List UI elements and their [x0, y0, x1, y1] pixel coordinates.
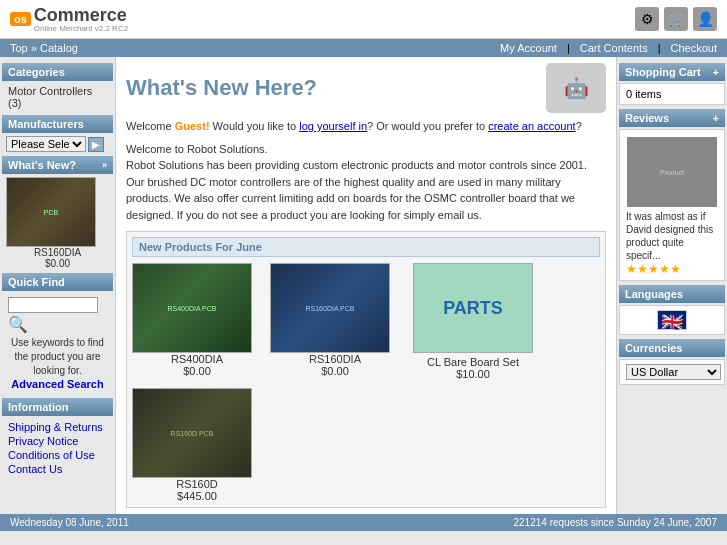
categories-section-title: Categories: [2, 63, 113, 81]
whats-new-product-image[interactable]: PCB: [6, 177, 96, 247]
logo-os-badge: os: [10, 12, 31, 26]
review-product-image[interactable]: Product: [627, 137, 717, 207]
breadcrumb: Top » Catalog: [10, 42, 78, 54]
cart-contents-link[interactable]: Cart Contents: [580, 42, 648, 54]
product-price: $445.00: [132, 490, 262, 502]
information-links: Shipping & Returns Privacy Notice Condit…: [2, 418, 113, 478]
product-image[interactable]: RS160D PCB: [132, 388, 252, 478]
logo-area: os Commerce Online Merchant v2.2 RC2: [10, 5, 128, 33]
product-price: $0.00: [132, 365, 262, 377]
right-sidebar: Shopping Cart + 0 items Reviews + Produc…: [617, 57, 727, 514]
product-name: RS160DIA: [270, 353, 400, 365]
whats-new-section-title: What's New? »: [2, 156, 113, 174]
contact-us-link[interactable]: Contact Us: [8, 462, 107, 476]
log-in-link[interactable]: log yourself in: [299, 120, 367, 132]
welcome-text: Welcome Guest! Would you like to log you…: [126, 118, 606, 135]
manufacturers-section-title: Manufacturers: [2, 115, 113, 133]
search-input[interactable]: [8, 297, 98, 313]
logo-tagline: Online Merchant v2.2 RC2: [34, 24, 128, 33]
products-grid: RS400DIA PCB RS400DIA $0.00 RS160DIA PCB…: [132, 263, 600, 502]
page-title: What's New Here?: [126, 75, 317, 101]
review-text: It was almost as if David designed this …: [626, 210, 718, 262]
cart-items-count: 0 items: [626, 88, 661, 100]
new-products-section: New Products For June RS400DIA PCB RS400…: [126, 231, 606, 508]
product-card: RS400DIA PCB RS400DIA $0.00: [132, 263, 262, 380]
search-icon[interactable]: 🔍: [8, 315, 107, 334]
cart-expand-icon: +: [713, 66, 719, 78]
privacy-notice-link[interactable]: Privacy Notice: [8, 434, 107, 448]
product-image[interactable]: RS160DIA PCB: [270, 263, 390, 353]
product-price: $0.00: [270, 365, 400, 377]
footer-requests: 221214 requests since Sunday 24 June, 20…: [514, 517, 718, 528]
cart-box: 0 items: [619, 83, 725, 105]
shopping-cart-section-title: Shopping Cart +: [619, 63, 725, 81]
product-card: RS160D PCB RS160D $445.00: [132, 388, 262, 502]
shipping-returns-link[interactable]: Shipping & Returns: [8, 420, 107, 434]
product-image[interactable]: PARTS: [413, 263, 533, 353]
languages-section-title: Languages: [619, 285, 725, 303]
manufacturers-dropdown-area: Please Select ▶: [6, 136, 109, 152]
product-card: RS160DIA PCB RS160DIA $0.00: [270, 263, 400, 380]
whats-new-icon: »: [102, 160, 107, 170]
review-stars: ★★★★★: [626, 262, 718, 276]
currencies-section-title: Currencies: [619, 339, 725, 357]
quick-find-box: 🔍 Use keywords to find the product you a…: [2, 293, 113, 394]
information-section-title: Information: [2, 398, 113, 416]
currencies-select[interactable]: US Dollar: [626, 364, 721, 380]
page-header-image: 🤖: [546, 63, 606, 113]
user-header-icon[interactable]: 👤: [693, 7, 717, 31]
description-text: Welcome to Robot Solutions. Robot Soluti…: [126, 141, 606, 224]
create-account-link[interactable]: create an account: [488, 120, 575, 132]
checkout-link[interactable]: Checkout: [671, 42, 717, 54]
product-name: RS400DIA: [132, 353, 262, 365]
new-products-title: New Products For June: [132, 237, 600, 257]
whats-new-header: What's New Here? 🤖: [126, 63, 606, 113]
product-image[interactable]: RS400DIA PCB: [132, 263, 252, 353]
quick-find-description: Use keywords to find the product you are…: [8, 336, 107, 378]
main-layout: Categories Motor Controllers (3) Manufac…: [0, 57, 727, 514]
footer: Wednesday 08 June, 2011 221214 requests …: [0, 514, 727, 531]
product-card: PARTS CL Bare Board Set $10.00: [408, 263, 538, 380]
reviews-expand-icon: +: [713, 112, 719, 124]
languages-box: [619, 305, 725, 335]
manufacturers-go-button[interactable]: ▶: [88, 137, 104, 152]
my-account-link[interactable]: My Account: [500, 42, 557, 54]
product-name: CL Bare Board Set: [408, 356, 538, 368]
header-icons-area: ⚙ 🛒 👤: [635, 7, 717, 31]
conditions-link[interactable]: Conditions of Use: [8, 448, 107, 462]
advanced-search-link[interactable]: Advanced Search: [8, 378, 107, 390]
reviews-section-title: Reviews +: [619, 109, 725, 127]
footer-date: Wednesday 08 June, 2011: [10, 517, 129, 528]
navbar-right-links: My Account | Cart Contents | Checkout: [500, 42, 717, 54]
quick-find-section-title: Quick Find: [2, 273, 113, 291]
navbar: Top » Catalog My Account | Cart Contents…: [0, 39, 727, 57]
main-content: What's New Here? 🤖 Welcome Guest! Would …: [115, 57, 617, 514]
whats-new-product-box: PCB RS160DIA $0.00: [6, 177, 109, 269]
sidebar-item-motor-controllers[interactable]: Motor Controllers (3): [2, 83, 113, 111]
whats-new-product-name: RS160DIA: [6, 247, 109, 258]
product-price: $10.00: [408, 368, 538, 380]
cart-header-icon[interactable]: 🛒: [664, 7, 688, 31]
reviews-box: Product It was almost as if David design…: [619, 129, 725, 281]
categories-list: Motor Controllers (3): [2, 83, 113, 111]
left-sidebar: Categories Motor Controllers (3) Manufac…: [0, 57, 115, 514]
product-name: RS160D: [132, 478, 262, 490]
settings-icon[interactable]: ⚙: [635, 7, 659, 31]
site-header: os Commerce Online Merchant v2.2 RC2 ⚙ 🛒…: [0, 0, 727, 39]
whats-new-product-price: $0.00: [6, 258, 109, 269]
currencies-box: US Dollar: [619, 359, 725, 385]
flag-uk-icon[interactable]: [657, 310, 687, 330]
logo-commerce-text: Commerce: [34, 5, 127, 25]
manufacturers-select[interactable]: Please Select: [6, 136, 86, 152]
guest-label: Guest!: [175, 120, 210, 132]
